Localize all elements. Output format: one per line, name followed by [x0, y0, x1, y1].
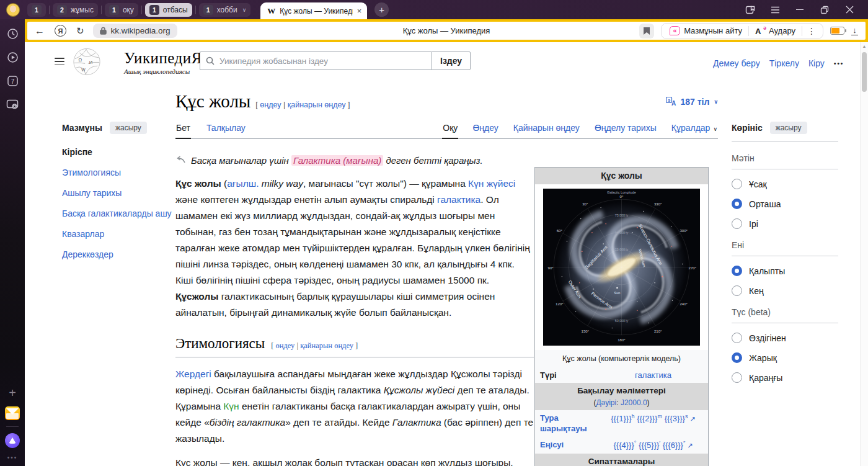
scrollbar-up-icon[interactable]: ▲ — [861, 44, 868, 48]
tab-group-separator — [49, 6, 50, 14]
back-icon[interactable]: ← — [35, 25, 45, 37]
video-icon[interactable] — [4, 49, 20, 65]
edit-source-link[interactable]: қайнарын өңдеу — [288, 101, 346, 109]
register-link[interactable]: Тіркелу — [769, 58, 799, 68]
radio-color-dark[interactable]: Қараңғы — [732, 372, 838, 383]
search-input[interactable]: Уикипедия жобасынан іздеу — [200, 52, 432, 70]
infobox-ra-label-link[interactable]: Тура шарықтауы — [535, 411, 598, 436]
tab-group-badge: 1 — [203, 5, 213, 15]
sidebar-add-icon[interactable]: + — [9, 387, 16, 399]
history-icon[interactable] — [4, 25, 20, 42]
galaxy-deg: 120° — [556, 302, 564, 306]
translate-button[interactable]: Aә Аудару — [749, 26, 802, 35]
language-selector[interactable]: әA 187 тіл ∨ — [666, 97, 718, 112]
tab-group-badge: 2 — [57, 5, 67, 15]
radio-icon[interactable] — [732, 285, 742, 296]
search-placeholder: Уикипедия жобасынан іздеу — [219, 56, 328, 66]
summarize-button[interactable]: « Мазмұнын айту — [663, 26, 748, 35]
infobox-ra-value[interactable]: {{{1}}}h {{{2}}}m {{{3}}}s ↗ — [598, 411, 708, 436]
toc-item-references[interactable]: Дереккөздер — [62, 249, 172, 261]
tab-group-hobby[interactable]: 1хобби∨ — [199, 3, 251, 17]
yandex-logo-icon[interactable]: Я — [55, 25, 66, 37]
radio-text-large[interactable]: Ірі — [732, 218, 838, 229]
infobox-galaxy-image[interactable]: Galactic Longitude 0° 30° 60° 90° 120° 1… — [535, 184, 708, 350]
toc-item-intro[interactable]: Кіріспе — [62, 146, 172, 158]
search-button[interactable]: Іздеу — [432, 52, 471, 70]
toc-item-quasars[interactable]: Квазарлар — [62, 228, 172, 240]
battery-icon[interactable] — [830, 27, 844, 35]
profile-avatar[interactable] — [6, 3, 20, 17]
alice-assistant-icon[interactable] — [5, 433, 20, 448]
hatnote-redirect-icon — [175, 156, 185, 164]
tab-page[interactable]: Бет — [175, 119, 191, 138]
radio-color-light[interactable]: Жарық — [732, 352, 838, 363]
tab-counter-icon[interactable]: 7 — [4, 73, 20, 89]
tab-talk[interactable]: Талқылау — [206, 119, 246, 138]
side-panel-icon[interactable] — [738, 0, 763, 19]
radio-width-standard[interactable]: Қалыпты — [732, 266, 838, 276]
galaxy-deg: 330° — [654, 202, 662, 206]
translate-label: Аудару — [769, 26, 795, 35]
tab-group-family-active[interactable]: 1отбасы — [145, 3, 192, 17]
tab-edit[interactable]: Өңдеу — [472, 119, 498, 138]
hatnote-text[interactable]: Басқа мағыналар үшін Галактика (мағына) … — [191, 154, 483, 168]
tab-group-study[interactable]: 1оқу — [105, 3, 138, 17]
edit-link[interactable]: өңдеу — [276, 341, 295, 350]
tab-group-1[interactable]: 1 — [27, 3, 46, 17]
tab-close-icon[interactable]: × — [357, 6, 362, 16]
infobox-dec-label-link[interactable]: Еңісуі — [535, 438, 598, 452]
radio-icon-checked[interactable] — [732, 266, 742, 276]
toc-item-etymology[interactable]: Этимологиясы — [62, 167, 172, 179]
tab-tools[interactable]: Құралдар∨ — [671, 119, 718, 138]
tab-read[interactable]: Оқу — [442, 119, 458, 138]
radio-text-standard[interactable]: Орташа — [732, 199, 838, 209]
browser-tab-active[interactable]: W Құс жолы — Уикипеди × — [260, 2, 367, 19]
radio-text-small[interactable]: Ұсақ — [732, 179, 838, 189]
toc-item-other-galaxies[interactable]: Басқа галактикаларды ашу — [62, 208, 172, 220]
screen-share-icon[interactable] — [4, 96, 20, 112]
radio-color-auto[interactable]: Өздігінен — [732, 333, 838, 343]
page-scrollbar[interactable]: ▲ — [860, 42, 868, 466]
radio-width-wide[interactable]: Кең — [732, 285, 838, 296]
bookmark-icon[interactable] — [639, 24, 654, 38]
browser-sidebar: 7 + ••• — [0, 19, 25, 466]
wikipedia-logo[interactable]: Ω И W — [72, 47, 102, 79]
radio-icon[interactable] — [732, 218, 742, 229]
yandex-mail-icon[interactable] — [5, 406, 20, 420]
browser-menu-icon[interactable] — [763, 0, 787, 19]
galaxy-deg: 30° — [582, 202, 588, 206]
radio-icon[interactable] — [732, 179, 742, 189]
toc-hide-button[interactable]: жасыру — [110, 122, 147, 134]
downloads-icon[interactable]: ↓ — [851, 26, 858, 36]
minimize-button[interactable] — [787, 0, 812, 19]
radio-icon[interactable] — [732, 333, 742, 343]
galaxy-ring-label: 50,000 ly — [615, 318, 629, 322]
header-more-icon[interactable]: ••• — [834, 60, 844, 67]
infobox-dec-value[interactable]: {{{4}}}° {{{5}}}′ {{{6}}}″ ↗ — [598, 438, 708, 452]
tab-group-badge: 1 — [149, 5, 159, 15]
tab-history[interactable]: Өңделу тарихы — [594, 119, 657, 138]
radio-icon-checked[interactable] — [732, 352, 742, 363]
tab-edit-source[interactable]: Қайнарын өңдеу — [513, 119, 580, 138]
infobox-epoch[interactable]: (Дәуірі: J2000.0) — [536, 398, 707, 408]
radio-icon-checked[interactable] — [732, 199, 742, 209]
restore-button[interactable] — [812, 0, 837, 19]
sidebar-more-icon[interactable]: ••• — [7, 454, 18, 461]
pill-more-icon[interactable]: ⋮ — [802, 26, 821, 36]
paragraph-etymology-2: Құс жолы — кең, ақшыл жолақ болып тұтасқ… — [175, 455, 534, 466]
refresh-icon[interactable]: ↻ — [76, 25, 84, 37]
donate-link[interactable]: Демеу беру — [713, 58, 760, 68]
url-field[interactable]: kk.wikipedia.org — [93, 24, 177, 38]
wiki-menu-icon[interactable] — [55, 58, 64, 65]
scrollbar-thumb[interactable] — [862, 52, 867, 92]
edit-source-link[interactable]: қайнарын өңдеу — [300, 341, 353, 350]
infobox-type-link[interactable]: галактика — [635, 370, 671, 380]
edit-link[interactable]: өңдеу — [260, 101, 281, 109]
radio-icon[interactable] — [732, 372, 742, 383]
login-link[interactable]: Кіру — [808, 58, 825, 68]
tab-group-work[interactable]: 2жұмыс — [53, 3, 98, 17]
close-window-button[interactable] — [837, 0, 862, 19]
appearance-hide-button[interactable]: жасыру — [770, 122, 807, 134]
new-tab-button[interactable]: + — [374, 2, 389, 17]
toc-item-discovery[interactable]: Ашылу тарихы — [62, 187, 172, 199]
